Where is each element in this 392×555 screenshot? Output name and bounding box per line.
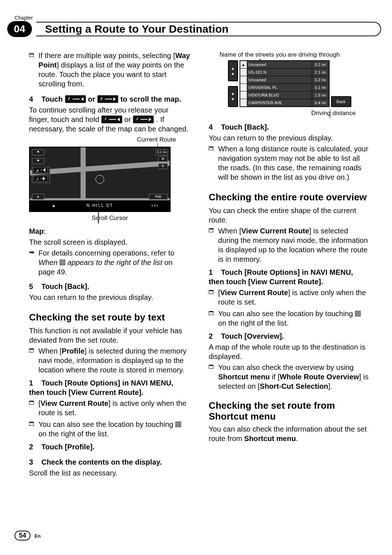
right-s2-body: A map of the whole route up to the desti… (209, 342, 370, 361)
chapter-label: Chapter (15, 15, 33, 21)
left-s1-b1: [View Current Route] is active only when… (29, 399, 191, 417)
list-jump-icon (175, 421, 181, 427)
route-row: CARPENTER AVE0.4 mi (240, 99, 329, 106)
caption-scroll-cursor: Scroll Cursor (29, 214, 191, 222)
right-s2-num: 2 (209, 332, 213, 340)
scroll-left-icon (101, 115, 122, 123)
map-heading: Map (29, 227, 44, 235)
scroll-left-icon (65, 95, 86, 103)
map-ref: For details concerning operations, refer… (29, 248, 191, 277)
page-number: 54 (15, 531, 30, 540)
right-column: Name of the streets you are driving thro… (209, 51, 370, 479)
list-jump-icon (60, 260, 65, 265)
route-row: Unnamed0.2 mi (240, 76, 329, 84)
left-s2-num: 2 (29, 443, 33, 451)
back-button-icon: Back (331, 96, 351, 107)
route-row: US-101 N2.1 mi (240, 69, 329, 76)
scroll-right-icon (133, 115, 154, 123)
page-title: Setting a Route to Your Destination (36, 22, 381, 36)
h2a-body: This function is not available if your v… (29, 326, 191, 345)
caption-street-names: Name of the streets you are driving thro… (220, 51, 370, 59)
left-s3-body: Scroll the list as necessary. (29, 468, 191, 478)
right-s1-b1: [View Current Route] is active only when… (209, 288, 370, 307)
right-step4-bullet: When a long distance route is calculated… (209, 144, 370, 182)
heading-shortcut: Checking the set route from Shortcut men… (209, 400, 370, 422)
route-row: ▲Unnamed0.2 mi (240, 61, 329, 69)
note-waypoints: If there are multiple way points, select… (29, 51, 191, 89)
right-s1-b2: You can also see the location by touchin… (209, 309, 370, 328)
scroll-down-icon: ▼▼ (228, 86, 238, 107)
page-lang: En (34, 533, 41, 539)
h2c-body: You can also check the information about… (209, 424, 370, 443)
caption-current-route: Current Route (29, 136, 191, 144)
step-4-num: 4 (29, 95, 33, 103)
left-column: If there are multiple way points, select… (29, 51, 191, 479)
left-s3-num: 3 (29, 458, 33, 466)
page-footer: 54 En (15, 531, 41, 540)
caption-driving-distance: Driving distance (209, 109, 370, 117)
h2b-body: You can check the entire shape of the cu… (209, 206, 370, 225)
scroll-up-icon: ▲▲ (228, 60, 238, 81)
route-profile-screenshot: ▲▲ ▼▼ ▲Unnamed0.2 miUS-101 N2.1 miUnname… (228, 60, 351, 107)
step-5-body: You can return to the previous display. (29, 293, 191, 302)
left-s1-b2: You can also see the location by touchin… (29, 420, 191, 438)
manual-page: Chapter 04 Setting a Route to Your Desti… (0, 0, 392, 555)
right-s2-bullet: You can also check the overview by using… (209, 363, 370, 391)
right-s1-num: 1 (209, 268, 213, 276)
page-header: 04 Setting a Route to Your Destination (7, 21, 381, 37)
h2a-bullet: When [Profile] is selected during the me… (29, 346, 191, 375)
route-row: UNIVERSAL PL0.1 mi (240, 84, 329, 91)
heading-overview: Checking the entire route overview (209, 191, 370, 204)
left-s1-num: 1 (29, 379, 33, 387)
chapter-number-badge: 04 (7, 21, 32, 37)
map-screenshot: ⚑ ⚑ ▲ ⚑ 0.4 mi 0.1 mi ⊕ ⊖ Map Back ▲ N H… (29, 147, 171, 212)
right-step4-num: 4 (209, 123, 213, 131)
list-jump-icon (355, 311, 361, 317)
h2b-bullet: When [View Current Route] is selected du… (209, 226, 370, 264)
right-step4-body: You can return to the previous display. (209, 133, 370, 143)
step-5-num: 5 (29, 282, 33, 290)
route-row: VENTURA BLVD1.5 mi (240, 91, 329, 99)
scroll-right-icon (97, 95, 118, 103)
step-4-body: To continue scrolling after you release … (29, 105, 191, 134)
map-text: The scroll screen is displayed. (29, 237, 191, 247)
heading-check-text: Checking the set route by text (29, 311, 191, 324)
